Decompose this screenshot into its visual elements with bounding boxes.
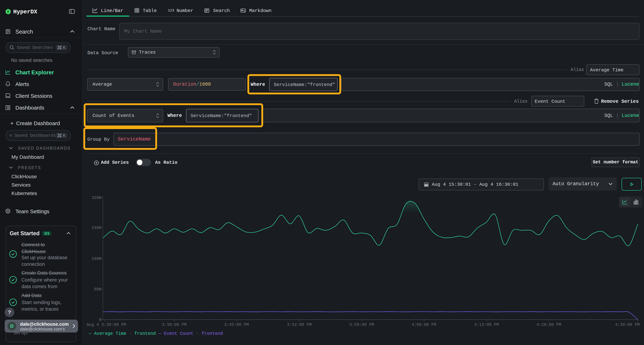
svg-text:Aug 4 3:30:00 PM: Aug 4 3:30:00 PM: [86, 323, 126, 327]
svg-text:4:06:00 PM: 4:06:00 PM: [412, 323, 436, 327]
svg-text:3:52:00 PM: 3:52:00 PM: [287, 323, 312, 327]
svg-text:3:59:00 PM: 3:59:00 PM: [349, 323, 374, 327]
svg-text:4:13:00 PM: 4:13:00 PM: [474, 323, 499, 327]
svg-text:3:45:00 PM: 3:45:00 PM: [224, 323, 249, 327]
svg-text:80K: 80K: [94, 287, 102, 292]
svg-text:4:20:00 PM: 4:20:00 PM: [536, 323, 561, 327]
svg-text:320K: 320K: [92, 196, 102, 200]
svg-text:4:30:00 PM: 4:30:00 PM: [615, 323, 640, 327]
svg-text:160K: 160K: [92, 257, 102, 261]
svg-text:240K: 240K: [92, 226, 102, 230]
svg-text:— Average Time · frontend — Ev: — Average Time · frontend — Event Count …: [88, 331, 223, 336]
svg-text:0: 0: [99, 318, 102, 322]
svg-text:3:38:00 PM: 3:38:00 PM: [162, 323, 186, 327]
